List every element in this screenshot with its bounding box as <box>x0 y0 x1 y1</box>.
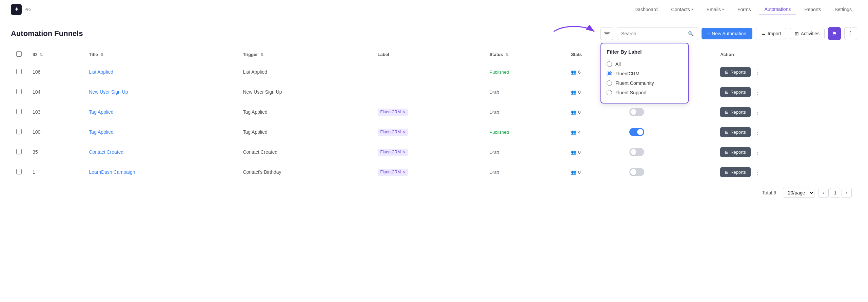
reports-button-1[interactable]: ⊞ Reports <box>720 87 751 97</box>
row-checkbox-4[interactable] <box>16 149 22 154</box>
next-page-button[interactable]: › <box>842 188 852 198</box>
nav-settings[interactable]: Settings <box>829 4 857 15</box>
select-all-checkbox[interactable] <box>16 51 22 57</box>
reports-button-2[interactable]: ⊞ Reports <box>720 107 751 117</box>
toggle-2[interactable] <box>629 108 644 116</box>
cell-trigger-3: Tag Applied <box>237 122 372 142</box>
row-more-button-2[interactable]: ⋮ <box>753 107 762 117</box>
cell-id-5: 1 <box>27 162 83 182</box>
reports-label-0: Reports <box>730 70 746 75</box>
cell-title-1[interactable]: New User Sign Up <box>89 89 128 95</box>
action-cell-5: ⊞ Reports ⋮ <box>720 167 852 177</box>
stats-icon-5: 👥 <box>571 170 576 175</box>
row-more-button-1[interactable]: ⋮ <box>753 87 762 97</box>
toggle-3[interactable] <box>629 128 644 136</box>
row-checkbox-0[interactable] <box>16 69 22 74</box>
import-icon: ☁ <box>761 31 766 36</box>
flag-button[interactable]: ⚑ <box>828 27 841 40</box>
filter-label-button[interactable] <box>600 27 613 40</box>
trigger-sort-icon[interactable]: ⇅ <box>260 53 263 57</box>
filter-option-fluentcrm[interactable]: FluentCRM <box>607 69 683 78</box>
cell-title-3[interactable]: Tag Applied <box>89 129 113 135</box>
page-title: Automation Funnels <box>11 29 83 38</box>
toggle-slider-3 <box>629 128 644 136</box>
cell-id-2: 103 <box>27 102 83 122</box>
tag-remove-3[interactable]: × <box>403 130 406 135</box>
filter-option-all[interactable]: All <box>607 59 683 69</box>
col-id: ID ⇅ <box>27 47 83 62</box>
per-page-select[interactable]: 10/page 20/page 50/page <box>783 188 814 198</box>
search-icon: 🔍 <box>688 31 694 36</box>
stats-value-1: 0 <box>578 90 580 95</box>
row-checkbox-3[interactable] <box>16 129 22 134</box>
nav-emails[interactable]: Emails ▾ <box>701 4 729 15</box>
prev-page-button[interactable]: ‹ <box>818 188 829 198</box>
page-nav: ‹ 1 › <box>818 188 852 198</box>
stats-icon-2: 👥 <box>571 110 576 115</box>
stats-icon-1: 👥 <box>571 90 576 95</box>
cell-trigger-5: Contact's Birthday <box>237 162 372 182</box>
status-badge-0: Published <box>490 70 509 75</box>
id-sort-icon[interactable]: ⇅ <box>40 53 43 57</box>
cell-title-5[interactable]: LearnDash Campaign <box>89 169 135 175</box>
more-options-button[interactable]: ⋮ <box>844 27 857 40</box>
page-header: Automation Funnels <box>11 27 857 40</box>
cell-label-5: FluentCRM × <box>372 162 484 182</box>
search-input[interactable] <box>621 31 688 36</box>
current-page-button[interactable]: 1 <box>830 188 840 198</box>
status-sort-icon[interactable]: ⇅ <box>506 53 509 57</box>
app-logo: ✦ Pro <box>11 4 31 15</box>
toggle-4[interactable] <box>629 148 644 156</box>
cell-id-0: 106 <box>27 62 83 82</box>
new-automation-button[interactable]: + New Automation <box>702 28 752 39</box>
filter-radio-all[interactable] <box>607 61 612 67</box>
nav-dashboard[interactable]: Dashboard <box>629 4 663 15</box>
filter-radio-fluentcrm[interactable] <box>607 71 612 76</box>
reports-label-5: Reports <box>730 170 746 175</box>
reports-button-5[interactable]: ⊞ Reports <box>720 167 751 177</box>
row-more-button-5[interactable]: ⋮ <box>753 167 762 177</box>
arrow-annotation <box>550 21 598 42</box>
filter-icon <box>604 31 610 36</box>
title-sort-icon[interactable]: ⇅ <box>100 53 103 57</box>
import-button[interactable]: ☁ Import <box>756 28 786 39</box>
filter-option-fluent-community[interactable]: Fluent Community <box>607 78 683 88</box>
col-status: Status ⇅ <box>484 47 566 62</box>
stats-icon-0: 👥 <box>571 70 576 75</box>
import-label: Import <box>768 31 781 36</box>
row-checkbox-2[interactable] <box>16 109 22 114</box>
cell-trigger-0: List Applied <box>237 62 372 82</box>
reports-button-4[interactable]: ⊞ Reports <box>720 147 751 157</box>
nav-automations[interactable]: Automations <box>759 4 796 15</box>
stats-cell-3: 👥 4 <box>571 130 618 135</box>
cell-title-2[interactable]: Tag Applied <box>89 109 113 115</box>
nav-forms[interactable]: Forms <box>732 4 756 15</box>
tag-remove-5[interactable]: × <box>403 170 406 175</box>
filter-option-fluent-support[interactable]: Fluent Support <box>607 88 683 97</box>
row-more-button-4[interactable]: ⋮ <box>753 147 762 157</box>
row-more-button-3[interactable]: ⋮ <box>753 127 762 137</box>
reports-icon-2: ⊞ <box>725 110 729 115</box>
reports-button-3[interactable]: ⊞ Reports <box>720 127 751 137</box>
reports-label-4: Reports <box>730 150 746 155</box>
cell-title-4[interactable]: Contact Created <box>89 149 123 155</box>
row-checkbox-1[interactable] <box>16 89 22 94</box>
cell-title-0[interactable]: List Applied <box>89 69 113 75</box>
nav-contacts[interactable]: Contacts ▾ <box>666 4 698 15</box>
nav-reports[interactable]: Reports <box>799 4 826 15</box>
pagination-row: Total 6 10/page 20/page 50/page ‹ 1 › <box>11 182 857 199</box>
tag-remove-4[interactable]: × <box>403 150 406 155</box>
tag-remove-2[interactable]: × <box>403 110 406 115</box>
row-more-button-0[interactable]: ⋮ <box>753 67 762 77</box>
filter-radio-fluent-support[interactable] <box>607 90 612 95</box>
main-content: Automation Funnels <box>0 19 868 302</box>
toggle-5[interactable] <box>629 168 644 176</box>
stats-value-4: 0 <box>578 150 580 155</box>
activities-button[interactable]: ⊞ Activities <box>790 28 825 39</box>
filter-radio-fluent-community[interactable] <box>607 80 612 86</box>
reports-button-0[interactable]: ⊞ Reports <box>720 67 751 77</box>
stats-icon-3: 👥 <box>571 130 576 135</box>
row-checkbox-5[interactable] <box>16 169 22 174</box>
stats-cell-5: 👥 0 <box>571 170 618 175</box>
toggle-slider-5 <box>629 168 644 176</box>
